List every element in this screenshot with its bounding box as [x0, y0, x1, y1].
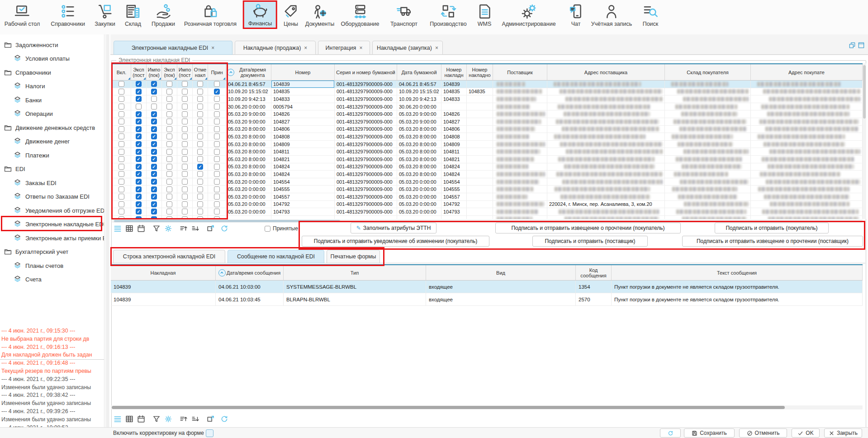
row-checkbox[interactable]	[119, 156, 124, 162]
footer-button-сохранить[interactable]: Сохранить	[684, 428, 735, 438]
row-checkbox[interactable]	[197, 194, 203, 200]
sidebar-item[interactable]: Условия оплаты	[14, 52, 70, 66]
sidebar-item[interactable]: Задолженности	[4, 38, 58, 52]
row-checkbox[interactable]	[182, 149, 188, 155]
toolbar-item-search[interactable]: Поиск	[639, 2, 662, 29]
row-checkbox[interactable]	[182, 209, 188, 214]
row-checkbox[interactable]	[214, 164, 220, 170]
tab-close-icon[interactable]: ×	[211, 45, 214, 51]
table-row[interactable]: 05.03.20 8:00:00104809001-4813297900009-…	[112, 141, 863, 148]
row-checkbox[interactable]	[166, 89, 172, 95]
sort-asc-icon[interactable]	[179, 224, 188, 233]
detail-tab-1[interactable]: Строка электронной накладной EDI	[113, 250, 225, 263]
row-checkbox[interactable]	[136, 133, 142, 139]
toolbar-item-references[interactable]: Справочники	[47, 2, 88, 29]
footer-button-отменить[interactable]: Отменить	[739, 428, 787, 438]
toolbar-item-sales[interactable]: Продажи	[148, 2, 178, 29]
toolbar-item-finance[interactable]: Финансы	[243, 0, 277, 29]
sidebar-item[interactable]: Счета	[14, 273, 42, 286]
column-header-checkbox-0[interactable]: Вкл.	[112, 64, 131, 80]
row-checkbox[interactable]	[214, 179, 220, 185]
restore-icon[interactable]	[849, 42, 856, 49]
tab-3[interactable]: Интеграция×	[318, 41, 370, 55]
row-checkbox[interactable]	[182, 133, 188, 139]
row-checkbox[interactable]	[214, 194, 220, 200]
sidebar-item[interactable]: Платежи	[14, 148, 49, 162]
row-checkbox[interactable]	[119, 119, 124, 124]
row-checkbox[interactable]	[214, 186, 220, 192]
row-checkbox[interactable]	[151, 96, 157, 102]
row-checkbox[interactable]	[197, 171, 203, 177]
row-checkbox[interactable]	[136, 164, 142, 170]
column-header-6[interactable]: Поставщик	[493, 64, 547, 80]
row-checkbox[interactable]	[119, 201, 124, 207]
row-checkbox[interactable]	[182, 119, 188, 124]
row-checkbox[interactable]	[182, 126, 188, 132]
filter-icon[interactable]	[152, 414, 161, 424]
table-row[interactable]: 05.03.20 0:00:00104555001-4813297900009-…	[112, 186, 863, 193]
table-row[interactable]: 05.03.20 8:00:00104808001-4813297900009-…	[112, 133, 863, 141]
action-button-row2-2[interactable]: Подписать и отправить извещение о прочте…	[682, 236, 863, 247]
row-checkbox[interactable]	[182, 201, 188, 207]
column-header-checkbox-3[interactable]: Эксп (пок)	[162, 64, 177, 80]
row-checkbox[interactable]	[214, 104, 220, 110]
row-checkbox[interactable]	[182, 156, 188, 162]
row-checkbox[interactable]	[166, 126, 172, 132]
row-checkbox[interactable]	[166, 179, 172, 185]
row-checkbox[interactable]	[151, 141, 157, 147]
messages-column-header-4[interactable]: Код сообщения	[576, 265, 612, 280]
row-checkbox[interactable]	[214, 141, 220, 147]
row-checkbox[interactable]	[197, 89, 203, 95]
row-checkbox[interactable]	[182, 81, 188, 87]
row-checkbox[interactable]	[166, 201, 172, 207]
row-checkbox[interactable]	[136, 89, 142, 95]
row-checkbox[interactable]	[166, 133, 172, 139]
row-checkbox[interactable]	[119, 186, 124, 192]
row-checkbox[interactable]	[136, 194, 142, 200]
row-checkbox[interactable]	[119, 81, 124, 87]
column-header-8[interactable]: Склад покупателя	[665, 64, 751, 80]
table-row[interactable]: 10.09.20 15:15:02104835001-4813297900009…	[112, 88, 863, 96]
row-checkbox[interactable]	[136, 111, 142, 117]
tab-close-icon[interactable]: ×	[359, 45, 362, 51]
column-header-2[interactable]: Серия и номер бумажной	[335, 64, 397, 80]
row-checkbox[interactable]	[136, 201, 142, 207]
table-row[interactable]: 30.06.20 0:00:000005794001-4813297900009…	[112, 103, 863, 111]
row-checkbox[interactable]	[182, 194, 188, 200]
accepted-checkbox[interactable]	[265, 226, 270, 232]
row-checkbox[interactable]	[119, 141, 124, 147]
messages-column-header-3[interactable]: Вид	[426, 265, 576, 280]
row-checkbox[interactable]	[151, 119, 157, 124]
row-checkbox[interactable]	[197, 111, 203, 117]
row-checkbox[interactable]	[119, 133, 124, 139]
row-checkbox[interactable]	[166, 149, 172, 155]
row-checkbox[interactable]	[166, 209, 172, 214]
sidebar-item[interactable]: Движение денег	[14, 135, 70, 148]
column-header-checkbox-4[interactable]: Импо (пост	[177, 64, 193, 80]
toolbar-item-warehouse[interactable]: Склад	[122, 2, 144, 29]
row-checkbox[interactable]	[166, 104, 172, 110]
row-checkbox[interactable]	[136, 119, 142, 124]
action-button-row1-2[interactable]: Подписать и отправить (покупатель)	[715, 223, 829, 233]
table-row[interactable]: 05.03.20 8:00:00104824001-4813297900009-…	[112, 163, 863, 171]
sidebar-item[interactable]: Налоги	[14, 80, 45, 93]
column-header-9[interactable]: Адрес покупате	[751, 64, 863, 80]
row-checkbox[interactable]	[151, 216, 157, 219]
row-checkbox[interactable]	[214, 81, 220, 87]
row-checkbox[interactable]	[151, 171, 157, 177]
row-checkbox[interactable]	[136, 186, 142, 192]
row-checkbox[interactable]	[182, 104, 188, 110]
sort-asc-icon[interactable]	[179, 414, 188, 424]
sidebar-item[interactable]: Заказы EDI	[14, 176, 57, 190]
sidebar-item[interactable]: EDI	[4, 162, 25, 176]
column-header-5[interactable]: Номер накладно	[467, 64, 493, 80]
open-external-icon[interactable]	[206, 224, 215, 233]
row-checkbox[interactable]	[166, 156, 172, 162]
toolbar-item-production[interactable]: Производство	[427, 2, 470, 29]
grid-view-icon[interactable]	[125, 224, 134, 233]
row-checkbox[interactable]	[166, 111, 172, 117]
row-checkbox[interactable]	[119, 89, 124, 95]
table-row[interactable]: 05.03.20 0:00:00104793001-4813297900009-…	[112, 208, 863, 216]
toolbar-item-documents[interactable]: Документы	[302, 2, 337, 29]
row-checkbox[interactable]	[136, 126, 142, 132]
